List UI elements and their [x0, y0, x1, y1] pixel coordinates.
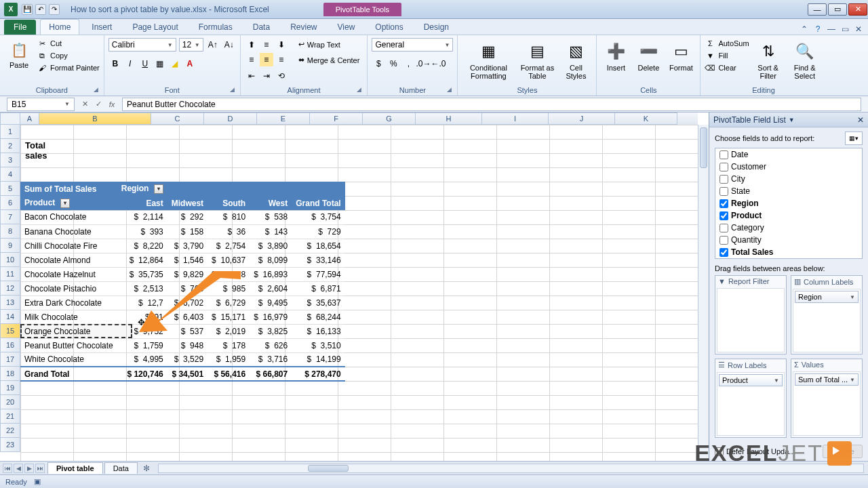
currency-icon[interactable]: $: [372, 57, 385, 70]
align-left-icon[interactable]: ≡: [245, 53, 258, 66]
comma-icon[interactable]: ,: [401, 57, 415, 70]
row-header-4[interactable]: 4: [0, 167, 20, 182]
row-header-9[interactable]: 9: [0, 239, 20, 253]
bold-button[interactable]: B: [108, 57, 122, 70]
dialog-launcher-icon[interactable]: ◢: [357, 86, 361, 93]
column-header-J[interactable]: J: [549, 113, 615, 125]
format-cells-button[interactable]: ▭Format: [666, 38, 696, 73]
row-header-2[interactable]: 2: [0, 139, 20, 153]
field-pane-dropdown-icon[interactable]: ▼: [789, 117, 795, 123]
pivot-row[interactable]: Peanut Butter Chocolate$ 1,759$ 948$ 178…: [20, 338, 345, 352]
name-box[interactable]: B15▼: [7, 98, 75, 111]
tab-home[interactable]: Home: [40, 19, 79, 35]
fill-button[interactable]: ▼Fill: [705, 50, 749, 61]
sort-filter-button[interactable]: ⇅Sort & Filter: [752, 38, 785, 81]
increase-indent-icon[interactable]: ⇥: [260, 69, 273, 83]
dialog-launcher-icon[interactable]: ◢: [94, 86, 98, 93]
enter-formula-icon[interactable]: ✓: [92, 98, 104, 110]
percent-icon[interactable]: %: [387, 57, 400, 70]
column-header-F[interactable]: F: [310, 113, 363, 125]
sheet-tab-data[interactable]: Data: [104, 462, 138, 474]
workbook-minimize-icon[interactable]: —: [826, 24, 837, 35]
row-header-19[interactable]: 19: [0, 381, 20, 395]
worksheet[interactable]: ABCDEFGHIJK 1234567891011121314151617181…: [0, 113, 709, 461]
tab-data[interactable]: Data: [245, 20, 278, 35]
column-field-pill[interactable]: Region▼: [795, 291, 859, 303]
sheet-nav-prev-icon[interactable]: ◀: [14, 464, 23, 473]
cancel-formula-icon[interactable]: ✕: [79, 98, 91, 110]
field-checkbox[interactable]: [719, 187, 728, 196]
number-format-combo[interactable]: General▼: [372, 38, 453, 52]
increase-decimal-icon[interactable]: .0→: [416, 57, 430, 70]
format-painter-button[interactable]: 🖌Format Painter: [37, 62, 100, 73]
field-checkbox[interactable]: [719, 211, 728, 220]
tab-insert[interactable]: Insert: [83, 20, 120, 35]
row-header-6[interactable]: 6: [0, 196, 20, 210]
sheet-nav-first-icon[interactable]: ⏮: [3, 464, 12, 473]
redo-icon[interactable]: ↷: [49, 4, 60, 15]
column-header-D[interactable]: D: [204, 113, 257, 125]
column-header-I[interactable]: I: [482, 113, 549, 125]
decrease-decimal-icon[interactable]: ←.0: [431, 57, 445, 70]
row-header-15[interactable]: 15: [0, 324, 20, 338]
merge-center-button[interactable]: ⬌Merge & Center: [295, 54, 363, 66]
row-header-1[interactable]: 1: [0, 125, 20, 139]
tab-review[interactable]: Review: [282, 20, 325, 35]
field-state[interactable]: State: [715, 185, 862, 197]
row-header-8[interactable]: 8: [0, 224, 20, 239]
row-header-20[interactable]: 20: [0, 395, 20, 409]
increase-font-icon[interactable]: A↑: [206, 38, 220, 52]
row-header-3[interactable]: 3: [0, 153, 20, 167]
column-header-C[interactable]: C: [151, 113, 204, 125]
row-header-23[interactable]: 23: [0, 438, 20, 452]
format-as-table-button[interactable]: ▤Format as Table: [517, 38, 557, 81]
column-header-H[interactable]: H: [416, 113, 482, 125]
underline-button[interactable]: U: [138, 57, 152, 70]
paste-button[interactable]: 📋 Paste: [4, 38, 34, 70]
new-sheet-icon[interactable]: ✻: [139, 464, 154, 473]
pivot-row[interactable]: Chocolate Almond$ 12,864$ 1,546$ 10,637$…: [20, 253, 345, 267]
field-region[interactable]: Region: [715, 197, 862, 209]
row-header-5[interactable]: 5: [0, 182, 20, 196]
font-color-button[interactable]: A: [183, 57, 197, 70]
tab-formulas[interactable]: Formulas: [191, 20, 241, 35]
field-checkbox[interactable]: [719, 175, 728, 184]
field-checkbox[interactable]: [719, 248, 728, 257]
vertical-scrollbar[interactable]: [698, 125, 709, 461]
row-header-17[interactable]: 17: [0, 352, 20, 367]
maximize-button[interactable]: ▭: [828, 3, 847, 16]
workbook-close-icon[interactable]: ✕: [853, 24, 864, 35]
values-area[interactable]: ΣValues Sum of Total ...▼: [791, 359, 863, 438]
tab-page-layout[interactable]: Page Layout: [124, 20, 186, 35]
align-center-icon[interactable]: ≡: [260, 53, 273, 66]
tab-options[interactable]: Options: [367, 20, 411, 35]
row-header-21[interactable]: 21: [0, 409, 20, 424]
field-pane-close-icon[interactable]: ✕: [857, 115, 864, 125]
field-checkbox[interactable]: [719, 224, 728, 232]
decrease-indent-icon[interactable]: ⇤: [245, 69, 258, 83]
clear-button[interactable]: ⌫Clear: [705, 62, 749, 73]
field-product[interactable]: Product: [715, 209, 862, 222]
tab-view[interactable]: View: [330, 20, 363, 35]
pivot-row[interactable]: Chilli Chocolate Fire$ 8,220$ 3,790$ 2,7…: [20, 239, 345, 253]
italic-button[interactable]: I: [123, 57, 137, 70]
row-header-10[interactable]: 10: [0, 253, 20, 267]
field-quantity[interactable]: Quantity: [715, 234, 862, 246]
row-header-22[interactable]: 22: [0, 424, 20, 438]
field-layout-button[interactable]: ▦▾: [845, 131, 863, 145]
save-icon[interactable]: 💾: [22, 4, 33, 15]
row-headers[interactable]: 1234567891011121314151617181920212223: [0, 125, 20, 461]
dialog-launcher-icon[interactable]: ◢: [230, 86, 235, 93]
fill-color-button[interactable]: ◢: [168, 57, 182, 70]
column-header-E[interactable]: E: [257, 113, 310, 125]
field-date[interactable]: Date: [715, 148, 862, 161]
wrap-text-button[interactable]: ↩Wrap Text: [295, 38, 363, 51]
help-icon[interactable]: ?: [812, 24, 823, 35]
align-bottom-icon[interactable]: ⬇: [275, 38, 288, 52]
borders-button[interactable]: ▦: [153, 57, 167, 70]
insert-cells-button[interactable]: ➕Insert: [601, 38, 631, 73]
row-field-pill[interactable]: Product▼: [719, 374, 783, 386]
minimize-button[interactable]: —: [808, 3, 827, 16]
pivot-col-field[interactable]: Region ▾: [117, 182, 167, 196]
field-total-sales[interactable]: Total Sales: [715, 246, 862, 258]
